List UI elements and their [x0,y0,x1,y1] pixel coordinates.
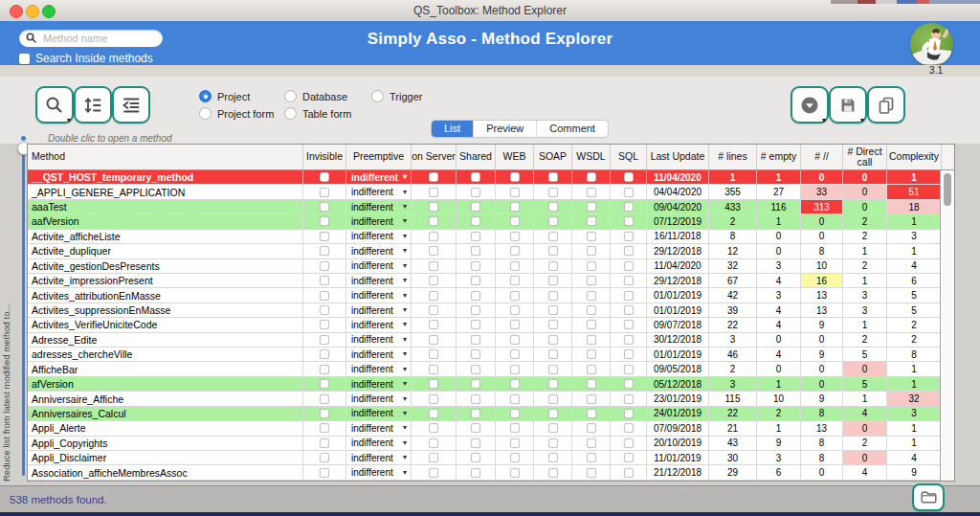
shared-checkbox[interactable] [471,291,480,301]
invisible-checkbox[interactable] [320,379,329,389]
sql-checkbox[interactable] [624,246,634,256]
outdent-tool-button[interactable] [112,86,150,123]
col-empty[interactable]: # empty [757,145,801,169]
radio-button[interactable] [371,90,384,102]
soap-checkbox[interactable] [548,423,558,433]
web-checkbox[interactable] [510,349,520,359]
web-checkbox[interactable] [510,232,520,241]
preemptive-dropdown[interactable]: indifferent▾ [346,421,412,435]
wsdl-checkbox[interactable] [587,232,596,241]
web-checkbox[interactable] [510,438,520,448]
reduce-list-slider-track[interactable] [22,144,25,476]
invisible-checkbox[interactable] [320,305,329,315]
sql-checkbox[interactable] [624,349,634,359]
table-row[interactable]: Activite_afficheListe indifferent▾ 16/11… [28,230,940,244]
shared-checkbox[interactable] [471,468,480,478]
wsdl-checkbox[interactable] [587,394,596,404]
web-checkbox[interactable] [510,365,520,374]
table-row[interactable]: Appli_Copyrights indifferent▾ 20/10/2019… [28,437,940,451]
shared-checkbox[interactable] [471,365,480,374]
web-checkbox[interactable] [510,202,520,212]
invisible-checkbox[interactable] [320,438,329,448]
shared-checkbox[interactable] [471,246,480,256]
invisible-checkbox[interactable] [320,468,329,478]
table-row[interactable]: AfficheBar indifferent▾ 09/05/2018 2 0 0… [28,362,940,376]
invisible-checkbox[interactable] [320,365,329,374]
wsdl-checkbox[interactable] [587,291,596,301]
col-soap[interactable]: SOAP [534,145,572,169]
table-row[interactable]: Appli_Disclaimer indifferent▾ 11/01/2019… [28,451,940,465]
preemptive-dropdown[interactable]: indifferent▾ [346,451,412,464]
shared-checkbox[interactable] [471,335,480,345]
on-server-checkbox[interactable] [429,232,438,241]
col-on-server[interactable]: on Server [412,145,457,169]
col-comments[interactable]: # // [801,145,843,169]
radio-table-form[interactable]: Table form [284,107,351,120]
shared-checkbox[interactable] [471,438,480,448]
wsdl-checkbox[interactable] [587,349,596,359]
web-checkbox[interactable] [510,261,520,271]
wsdl-checkbox[interactable] [587,468,596,478]
soap-checkbox[interactable] [548,365,558,374]
preemptive-dropdown[interactable]: indifferent▾ [346,214,412,228]
soap-checkbox[interactable] [548,261,558,271]
preemptive-dropdown[interactable]: indifferent▾ [346,407,412,420]
scrollbar-thumb[interactable] [944,173,951,206]
radio-button[interactable] [199,90,212,102]
preemptive-dropdown[interactable]: indifferent▾ [346,318,412,331]
wsdl-checkbox[interactable] [587,409,596,418]
wsdl-checkbox[interactable] [587,246,596,256]
on-server-checkbox[interactable] [429,379,438,389]
shared-checkbox[interactable] [471,276,480,285]
table-row[interactable]: Activites_attributionEnMasse indifferent… [28,288,940,303]
preemptive-dropdown[interactable]: indifferent▾ [346,303,412,317]
sql-checkbox[interactable] [624,202,634,212]
shared-checkbox[interactable] [471,202,480,212]
sql-checkbox[interactable] [624,305,634,315]
preemptive-dropdown[interactable]: indifferent▾ [346,170,412,184]
shared-checkbox[interactable] [471,423,480,433]
preemptive-dropdown[interactable]: indifferent▾ [346,244,412,258]
on-server-checkbox[interactable] [429,409,438,418]
table-row[interactable]: Activites_suppressionEnMasse indifferent… [28,303,940,318]
on-server-checkbox[interactable] [429,365,438,374]
web-checkbox[interactable] [510,394,520,404]
invisible-checkbox[interactable] [320,246,329,256]
shared-checkbox[interactable] [471,261,480,271]
col-shared[interactable]: Shared [457,145,496,169]
shared-checkbox[interactable] [471,216,480,226]
sql-checkbox[interactable] [624,438,634,448]
web-checkbox[interactable] [510,423,520,433]
on-server-checkbox[interactable] [429,394,438,404]
on-server-checkbox[interactable] [429,188,438,197]
preemptive-dropdown[interactable]: indifferent▾ [346,288,412,302]
col-method[interactable]: Method [28,145,303,169]
search-inside-checkbox[interactable]: Search Inside methods [19,52,153,65]
preemptive-dropdown[interactable]: indifferent▾ [346,259,412,273]
wsdl-checkbox[interactable] [587,261,596,271]
radio-trigger[interactable]: Trigger [371,90,422,102]
web-checkbox[interactable] [510,291,520,301]
wsdl-checkbox[interactable] [587,453,596,462]
col-web[interactable]: WEB [496,145,534,169]
col-complexity[interactable]: Complexity [887,145,942,169]
wsdl-checkbox[interactable] [587,335,596,345]
table-row[interactable]: Anniversaire_Affiche indifferent▾ 23/01/… [28,392,940,406]
invisible-checkbox[interactable] [320,291,329,301]
on-server-checkbox[interactable] [429,335,438,345]
preemptive-dropdown[interactable]: indifferent▾ [346,348,412,361]
soap-checkbox[interactable] [548,291,558,301]
preemptive-dropdown[interactable]: indifferent▾ [346,377,412,391]
table-row[interactable]: aaaTest indifferent▾ 09/04/2020 433 116 … [28,200,940,214]
table-row[interactable]: aafVersion indifferent▾ 07/12/2019 2 1 0… [28,214,940,229]
col-invisible[interactable]: Invisible [303,145,346,169]
soap-checkbox[interactable] [548,335,558,345]
invisible-checkbox[interactable] [320,261,329,271]
on-server-checkbox[interactable] [429,202,438,212]
preemptive-dropdown[interactable]: indifferent▾ [346,230,412,243]
invisible-checkbox[interactable] [320,394,329,404]
table-row[interactable]: afVersion indifferent▾ 05/12/2018 3 1 0 … [28,377,940,392]
soap-checkbox[interactable] [548,453,558,462]
invisible-checkbox[interactable] [320,232,329,241]
col-wsdl[interactable]: WSDL [572,145,611,169]
